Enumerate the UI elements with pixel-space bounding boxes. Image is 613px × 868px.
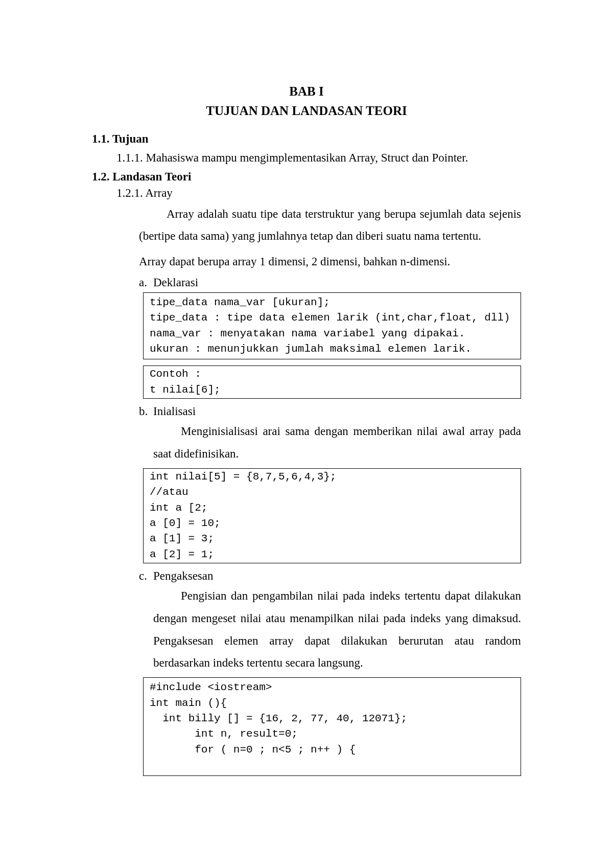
list-item-a: a.Deklarasi	[139, 276, 521, 289]
list-item-b: b.Inialisasi	[139, 405, 521, 418]
chapter-title: TUJUAN DAN LANDASAN TEORI	[92, 104, 521, 118]
section-1-heading: 1.1. Tujuan	[92, 132, 521, 146]
document-page: BAB I TUJUAN DAN LANDASAN TEORI 1.1. Tuj…	[0, 0, 613, 868]
code-box-inialisasi: int nilai[5] = {8,7,5,6,4,3}; //atau int…	[143, 468, 521, 564]
array-dimension-paragraph: Array dapat berupa array 1 dimensi, 2 di…	[139, 250, 521, 273]
inialisasi-paragraph: Menginisialisasi arai sama dengan member…	[153, 420, 521, 465]
array-definition-paragraph: Array adalah suatu tipe data terstruktur…	[139, 203, 521, 247]
code-box-pengaksesan: #include <iostream> int main (){ int bil…	[143, 677, 521, 776]
list-letter-c: c.	[139, 569, 153, 583]
list-item-c: c.Pengaksesan	[139, 569, 521, 583]
list-letter-a: a.	[139, 276, 153, 289]
code-box-contoh: Contoh : t nilai[6];	[143, 366, 521, 399]
list-title-a: Deklarasi	[153, 276, 198, 289]
list-title-b: Inialisasi	[153, 405, 196, 418]
list-letter-b: b.	[139, 405, 153, 418]
list-title-c: Pengaksesan	[153, 569, 214, 582]
array-definition-text: Array adalah suatu tipe data terstruktur…	[139, 208, 521, 243]
inialisasi-text: Menginisialisasi arai sama dengan member…	[153, 425, 521, 460]
chapter-number: BAB I	[92, 84, 521, 99]
section-1-item-1: 1.1.1. Mahasiswa mampu mengimplementasik…	[116, 149, 521, 167]
pengaksesan-paragraph: Pengisian dan pengambilan nilai pada ind…	[153, 585, 521, 674]
section-2-heading: 1.2. Landasan Teori	[92, 170, 521, 184]
section-2-subhead: 1.2.1. Array	[116, 187, 521, 200]
code-box-deklarasi: tipe_data nama_var [ukuran]; tipe_data :…	[143, 292, 521, 360]
pengaksesan-text: Pengisian dan pengambilan nilai pada ind…	[153, 589, 521, 669]
